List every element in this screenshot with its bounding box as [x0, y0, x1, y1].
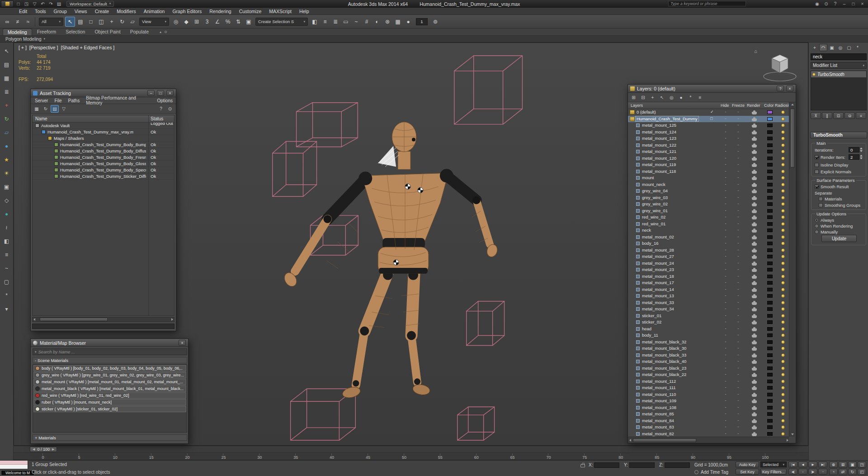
freeze-toggle[interactable]: - [733, 116, 743, 121]
render-toggle-icon[interactable] [752, 190, 757, 193]
material-browser-titlebar[interactable]: Material/Map Browser × [31, 339, 188, 347]
layer-color-swatch[interactable] [767, 196, 773, 200]
layer-color-swatch[interactable] [767, 150, 773, 153]
keyboard-override-icon[interactable]: ⊞ [192, 17, 202, 27]
next-key-icon[interactable]: |▶ [808, 469, 817, 475]
freeze-toggle[interactable]: - [733, 398, 743, 403]
render-iters-field[interactable]: 2 [849, 154, 859, 160]
hide-toggle[interactable]: - [721, 385, 731, 390]
next-frame-nub-icon[interactable]: ▶ [52, 447, 54, 451]
scroll-left-icon[interactable] [33, 318, 35, 321]
freeze-toggle[interactable]: - [733, 123, 743, 127]
render-toggle-icon[interactable] [752, 210, 757, 213]
radiosity-icon[interactable] [781, 386, 785, 390]
layer-color-swatch[interactable] [767, 419, 773, 423]
layer-row[interactable]: grey_wire_01 - - [628, 208, 789, 214]
freeze-toggle[interactable]: - [733, 175, 743, 180]
layer-row[interactable]: metal_mount_112 - - [628, 378, 789, 385]
materials-footer-section[interactable]: + Materials [33, 434, 187, 441]
ribbon-minimize-icon[interactable]: ▴ [160, 30, 161, 34]
freeze-toggle[interactable]: - [733, 306, 743, 311]
hide-toggle[interactable]: - [721, 333, 731, 337]
freeze-toggle[interactable]: - [733, 293, 743, 298]
layer-row[interactable]: metal_mount_black_23 - - [628, 365, 789, 372]
iterations-field[interactable]: 0 [849, 147, 859, 152]
modifier-enabled-icon[interactable] [812, 73, 816, 76]
layer-color-swatch[interactable] [767, 222, 773, 226]
hide-toggle[interactable]: - [721, 326, 731, 331]
layer-properties-icon[interactable]: ≡ [696, 94, 704, 101]
always-radio[interactable] [815, 218, 819, 222]
redo-icon[interactable]: ↷ [47, 0, 55, 7]
schematic-view-icon[interactable]: # [362, 17, 372, 27]
radiosity-icon[interactable] [781, 314, 785, 318]
freeze-toggle-icon[interactable]: * [686, 94, 695, 101]
hide-toggle[interactable]: - [721, 228, 731, 232]
layer-row[interactable]: metal_mount_24 - - [628, 260, 789, 267]
freeze-toggle[interactable]: - [733, 359, 743, 363]
layer-row[interactable]: metal_mount_13 - - [628, 293, 789, 300]
render-toggle-icon[interactable] [752, 224, 757, 226]
unlink-selection-icon[interactable]: ≠ [13, 17, 23, 27]
modify-tab-icon[interactable]: ◠ [819, 44, 827, 51]
radiosity-icon[interactable] [781, 307, 785, 311]
freeze-toggle[interactable]: - [733, 241, 743, 245]
ribbon-tab[interactable]: Modeling [3, 29, 32, 35]
material-item[interactable]: grey_wire ( VRayMtl ) [grey_wire_01, gre… [33, 372, 186, 378]
set-key-button[interactable]: Set Key [736, 469, 759, 475]
layer-color-swatch[interactable] [767, 137, 773, 140]
layer-color-swatch[interactable] [767, 110, 773, 114]
scroll-right-icon[interactable] [171, 318, 173, 321]
select-layer-objects-icon[interactable]: ↖ [658, 94, 666, 101]
freeze-toggle[interactable]: - [733, 234, 743, 239]
radiosity-icon[interactable] [781, 353, 785, 357]
layer-row[interactable]: metal_mount_28 - - [628, 247, 789, 254]
object-name-field[interactable] [811, 53, 867, 60]
layer-row[interactable]: red_wire_02 - - [628, 214, 789, 221]
material-search-box[interactable]: ▾ [33, 348, 187, 355]
radiosity-icon[interactable] [781, 209, 785, 213]
layer-row[interactable]: sticker_02 - - [628, 319, 789, 326]
utilities-icon[interactable]: * [2, 290, 11, 300]
select-and-rotate-icon[interactable]: ↻ [117, 17, 127, 27]
open-file-icon[interactable]: ◳ [23, 0, 30, 7]
viewport-shading-menu[interactable]: [Shaded + Edged Faces ] [61, 45, 114, 50]
radiosity-icon[interactable] [781, 275, 785, 278]
layer-color-swatch[interactable] [767, 307, 773, 311]
hide-toggle[interactable]: - [721, 366, 731, 370]
layer-row[interactable]: metal_mount_18 - - [628, 273, 789, 280]
render-toggle-icon[interactable] [752, 184, 757, 187]
render-toggle-icon[interactable] [752, 348, 757, 351]
render-toggle-icon[interactable] [752, 132, 757, 134]
hide-toggle[interactable]: - [721, 339, 731, 344]
freeze-toggle[interactable]: - [733, 261, 743, 265]
asset-row[interactable]: Humanoid_Crash_Test_Dummy_Body_Fresnel..… [33, 154, 174, 161]
menu-item[interactable]: Rendering [206, 9, 235, 14]
freeze-toggle[interactable]: - [733, 372, 743, 376]
scrollbar-thumb[interactable] [790, 109, 795, 167]
key-mode-toggle-icon[interactable]: ○ [798, 469, 807, 475]
render-toggle-icon[interactable] [752, 138, 757, 141]
freeze-toggle[interactable]: - [733, 182, 743, 186]
smoothing-groups-checkbox[interactable] [819, 203, 823, 207]
vault-login-icon[interactable]: ▦ [33, 105, 41, 113]
communication-center-icon[interactable]: ◉ [813, 0, 821, 7]
asset-row[interactable]: Humanoid_Crash_Test_Dummy_max_vray.max O… [33, 129, 174, 135]
menu-item[interactable]: Customize [236, 9, 265, 14]
star-shape-icon[interactable]: ★ [2, 155, 11, 164]
layer-row[interactable]: metal_mount_82 - - [628, 431, 789, 437]
render-toggle-icon[interactable] [752, 250, 757, 252]
render-toggle-icon[interactable] [752, 119, 757, 121]
hide-toggle[interactable]: - [721, 405, 731, 409]
freeze-toggle[interactable]: - [733, 254, 743, 258]
vertical-scrollbar[interactable] [789, 102, 795, 437]
menu-item[interactable]: Edit [15, 9, 31, 14]
hide-toggle[interactable]: - [721, 392, 731, 396]
maximize-icon[interactable]: □ [157, 90, 164, 96]
layer-row[interactable]: body_16 - - [628, 240, 789, 247]
hide-toggle[interactable]: - [721, 372, 731, 376]
freeze-toggle[interactable]: - [733, 339, 743, 344]
radiosity-icon[interactable] [781, 189, 785, 193]
material-item[interactable]: metal_mount_black ( VRayMtl ) [metal_mou… [33, 386, 186, 392]
hide-toggle[interactable]: - [721, 214, 731, 219]
